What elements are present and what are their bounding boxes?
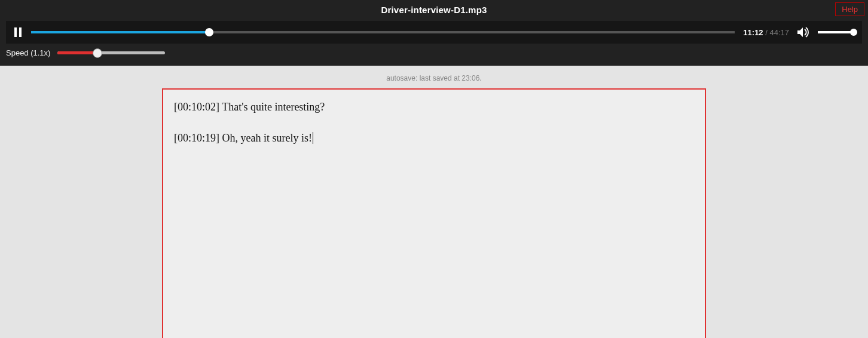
volume-slider[interactable]: [818, 31, 854, 33]
file-title: Driver-interview-D1.mp3: [0, 0, 868, 21]
help-button[interactable]: Help: [835, 2, 864, 16]
progress-fill: [31, 31, 209, 33]
speed-label: Speed (1.1x): [6, 48, 50, 57]
time-display: 11:12 / 44:17: [743, 28, 789, 37]
progress-thumb[interactable]: [205, 28, 213, 36]
total-time: / 44:17: [765, 28, 789, 37]
speed-control: Speed (1.1x): [0, 48, 868, 66]
player-bar: 11:12 / 44:17: [6, 21, 862, 44]
progress-slider[interactable]: [31, 31, 735, 33]
speed-thumb[interactable]: [93, 48, 102, 58]
transcript-text: [00:10:02] That's quite interesting? [00…: [174, 101, 325, 144]
speed-slider[interactable]: [57, 51, 165, 54]
text-cursor: [313, 132, 313, 145]
editor-container: [00:10:02] That's quite interesting? [00…: [0, 88, 868, 338]
app-header: Help Driver-interview-D1.mp3 11:12 / 44:…: [0, 0, 868, 66]
speed-fill: [57, 51, 97, 54]
volume-icon[interactable]: [797, 27, 809, 38]
transcript-editor[interactable]: [00:10:02] That's quite interesting? [00…: [162, 88, 706, 338]
svg-marker-0: [797, 27, 803, 37]
volume-thumb[interactable]: [850, 29, 857, 36]
current-time: 11:12: [743, 28, 763, 37]
pause-icon[interactable]: [14, 27, 23, 37]
autosave-status: autosave: last saved at 23:06.: [0, 66, 868, 88]
